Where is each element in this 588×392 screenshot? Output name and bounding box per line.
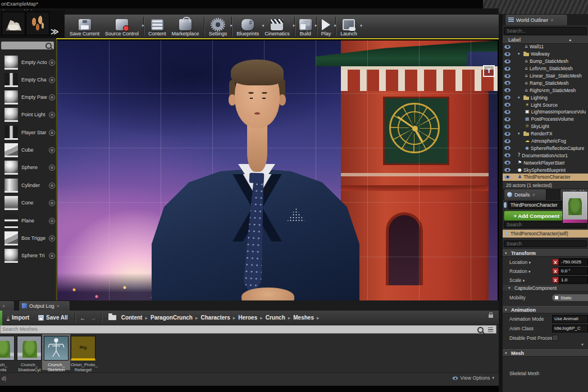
breadcrumb-paragoncrunch[interactable]: ParagonCrunch <box>151 314 193 321</box>
transform-section-header[interactable]: ▾ Transform <box>503 249 588 257</box>
play-button[interactable]: ▾ Play <box>321 19 331 37</box>
level-viewport[interactable]: T <box>56 38 499 306</box>
dropdown-caret-icon[interactable]: ▾ <box>230 24 233 28</box>
component-self-row[interactable]: ThirdPersonCharacter(self) <box>503 230 588 238</box>
close-icon[interactable]: × <box>550 17 553 23</box>
import-button[interactable]: ↓ Import <box>7 314 29 321</box>
visibility-eye-icon[interactable] <box>504 45 510 49</box>
lock-icon[interactable] <box>489 314 493 318</box>
asset-tile-partial[interactable]: nch_ents <box>0 336 15 372</box>
asset-thumbnail[interactable] <box>44 336 69 361</box>
outliner-row[interactable]: ?DocumentationActor1 <box>503 152 588 159</box>
place-item-player-start[interactable]: Player Star <box>4 125 55 140</box>
place-item-plane[interactable]: Plane <box>4 213 55 228</box>
outliner-row[interactable]: ⌂Wall11 <box>503 43 588 51</box>
dropdown-caret-icon[interactable]: ▾ <box>360 24 362 28</box>
drag-handle-icon[interactable] <box>49 165 55 171</box>
place-item-empty-character[interactable]: Empty Cha <box>4 72 55 87</box>
dropdown-caret-icon[interactable]: ▾ <box>262 24 265 28</box>
visibility-eye-icon[interactable] <box>504 153 510 157</box>
drag-handle-icon[interactable] <box>49 147 55 153</box>
blueprints-button[interactable]: ▾ Blueprints <box>236 19 259 37</box>
save-all-button[interactable]: Save All <box>38 314 68 321</box>
outliner-row[interactable]: ▣LightmassImportanceVolu <box>503 108 588 116</box>
skeletal-mesh-thumbnail[interactable] <box>562 191 588 224</box>
drag-handle-icon[interactable] <box>49 112 55 118</box>
asset-search-input[interactable] <box>1 326 464 332</box>
back-arrow-button[interactable]: ← <box>80 314 86 321</box>
tab-world-outliner[interactable]: World Outliner × <box>505 14 568 25</box>
landscape-mode-button[interactable] <box>2 12 25 35</box>
drag-handle-icon[interactable] <box>49 94 55 101</box>
outliner-row[interactable]: ▾Walkway <box>503 51 588 58</box>
rotation-x-value[interactable]: 0.0 ° <box>559 267 588 275</box>
content-button[interactable]: Content <box>148 19 166 37</box>
visibility-eye-icon[interactable] <box>504 95 510 99</box>
close-icon[interactable]: × <box>2 303 5 309</box>
place-item-cylinder[interactable]: Cylinder <box>4 178 55 193</box>
launch-button[interactable]: ▾ Launch <box>340 19 357 37</box>
tab-details[interactable]: Details × <box>504 189 546 200</box>
asset-thumbnail[interactable]: Rig <box>71 336 95 361</box>
asset-search-bar[interactable] <box>0 325 496 334</box>
outliner-row[interactable]: ☁AtmosphericFog <box>503 138 588 145</box>
anim-class-dropdown[interactable]: IdleJogBP_C <box>552 325 588 332</box>
visibility-eye-icon[interactable] <box>504 110 510 114</box>
save-current-button[interactable]: Save Current <box>70 19 99 37</box>
outliner-row[interactable]: ▦PostProcessVolume <box>503 116 588 123</box>
visibility-eye-icon[interactable] <box>504 125 510 129</box>
asset-thumbnail[interactable] <box>0 336 15 361</box>
expand-caret-icon[interactable]: ▾ <box>518 131 522 136</box>
animation-mode-dropdown[interactable]: Use Animati <box>552 315 588 323</box>
dropdown-caret-icon[interactable]: ▾ <box>293 24 295 28</box>
visibility-eye-icon[interactable] <box>504 117 510 121</box>
dropdown-caret-icon[interactable]: ▾ <box>314 24 317 28</box>
foliage-mode-button[interactable] <box>26 12 49 35</box>
expand-caret-icon[interactable]: ▾ <box>518 95 522 100</box>
outliner-row[interactable]: ☼SkyLight <box>503 123 588 130</box>
outliner-search-input[interactable] <box>504 27 587 35</box>
outliner-row[interactable]: ▾RenderFX <box>503 130 588 138</box>
visibility-eye-icon[interactable] <box>504 52 510 56</box>
outliner-row[interactable]: ⌂Ramp_StaticMesh <box>503 79 588 86</box>
source-control-button[interactable]: ▾ Source Control <box>105 19 139 37</box>
breadcrumb-content[interactable]: Content <box>121 314 143 321</box>
expand-caret-icon[interactable]: ▾ <box>518 52 522 56</box>
disable-post-process-checkbox[interactable] <box>552 335 558 341</box>
visibility-eye-icon[interactable] <box>504 88 510 92</box>
section-expander[interactable]: ▾ <box>503 342 588 347</box>
visibility-eye-icon[interactable] <box>504 146 510 150</box>
visibility-eye-icon[interactable] <box>504 67 510 71</box>
outliner-row[interactable]: ☀Light Source <box>503 101 588 108</box>
scale-x-value[interactable]: 1.0 <box>559 276 588 284</box>
build-button[interactable]: ▾ Build <box>299 19 312 37</box>
visibility-eye-icon[interactable] <box>504 168 510 172</box>
outliner-row[interactable]: ⌂LeftArm_StaticMesh <box>503 65 588 72</box>
close-icon[interactable]: × <box>532 192 535 198</box>
outliner-row[interactable]: ▾Lighting <box>503 94 588 101</box>
property-label[interactable]: Rotation ▾ <box>503 268 552 274</box>
breadcrumb-heroes[interactable]: Heroes <box>238 314 257 321</box>
drag-handle-icon[interactable] <box>49 130 55 136</box>
capsule-component-header[interactable]: ▾ CapsuleComponent <box>503 285 588 291</box>
drag-handle-icon[interactable] <box>49 77 55 83</box>
asset-tile-orion-proto-retarget[interactable]: Rig Orion_Proto_Retarget <box>71 336 95 372</box>
details-search-input[interactable] <box>504 240 587 247</box>
drag-handle-icon[interactable] <box>49 218 55 224</box>
place-item-cube[interactable]: Cube <box>4 143 55 157</box>
place-item-point-light[interactable]: Point Light <box>4 107 55 122</box>
view-options-button[interactable]: View Options ▾ <box>452 375 494 381</box>
place-item-empty-actor[interactable]: Empty Acto <box>4 55 55 70</box>
dropdown-caret-icon[interactable]: ▾ <box>334 24 336 28</box>
visibility-eye-icon[interactable] <box>504 175 510 179</box>
marketplace-button[interactable]: Marketplace <box>172 19 199 37</box>
visibility-eye-icon[interactable] <box>504 81 510 85</box>
visibility-eye-icon[interactable] <box>504 139 510 143</box>
drag-handle-icon[interactable] <box>49 60 55 66</box>
visibility-eye-icon[interactable] <box>504 60 510 63</box>
tab-output-log[interactable]: Output Log × <box>19 300 70 311</box>
cinematics-button[interactable]: ▾ Cinematics <box>265 19 290 37</box>
forward-arrow-button[interactable]: → <box>90 314 97 321</box>
panel-splitter[interactable] <box>499 14 503 392</box>
animation-section-header[interactable]: ▾ Animation <box>503 306 588 313</box>
